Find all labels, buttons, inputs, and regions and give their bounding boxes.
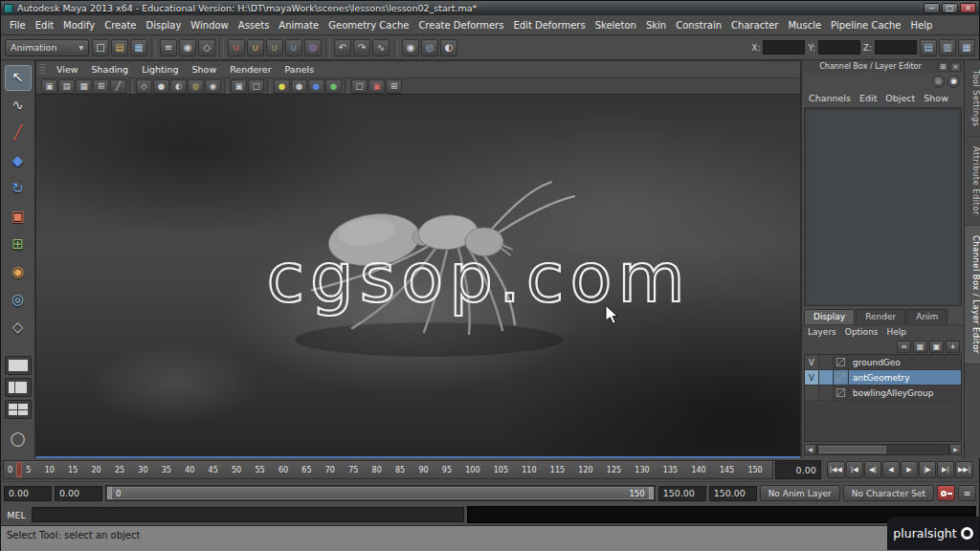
sidebar-tab-attribute-editor[interactable]: Attribute Editor [965,137,980,226]
layout-custom-icon[interactable]: ◯ [7,427,30,450]
go-to-range-end-button[interactable]: ▶▶| [955,461,973,478]
layer-row-groundgeo[interactable]: VgroundGeo [805,355,961,370]
channel-list-area[interactable] [804,107,962,306]
channel-menu-object[interactable]: Object [885,93,915,103]
panel-menu-show[interactable]: Show [186,61,224,77]
menu-item-modify[interactable]: Modify [58,16,100,34]
coord-field-1[interactable] [818,40,860,55]
layer-menu-layers[interactable]: Layers [808,327,836,337]
show-manipulator-tool[interactable]: ◎ [5,287,32,313]
render-settings-icon[interactable]: ◐ [440,39,457,56]
flat-shade-icon[interactable]: ● [308,79,324,94]
close-button[interactable]: × [960,3,976,13]
channel-menu-show[interactable]: Show [924,93,948,103]
textured-icon[interactable]: ◐ [170,79,187,94]
menu-item-animate[interactable]: Animate [274,16,323,34]
channel-pin-icon[interactable]: ● [947,76,960,88]
range-handle-right[interactable] [649,487,654,499]
layer-from-selected-icon[interactable]: ▣ [929,341,944,353]
layer-options-icon[interactable]: ≡ [897,341,911,353]
time-slider-track[interactable]: 0510152025303540455055606570758085909510… [3,460,773,479]
play-forwards-button[interactable]: ▶ [901,461,918,478]
wireframe-icon[interactable]: ◇ [136,79,152,94]
menu-item-geometry-cache[interactable]: Geometry Cache [323,16,413,34]
menu-item-create-deformers[interactable]: Create Deformers [413,16,508,34]
soft-modification-tool[interactable]: ◉ [5,259,32,285]
sidebar-tab-tool-settings[interactable]: Tool Settings [965,60,980,137]
shaded-icon[interactable]: ● [153,79,169,94]
snap-curve-icon[interactable]: ∪ [247,39,264,56]
shadows-icon[interactable]: ◉ [205,79,221,94]
channel-menu-edit[interactable]: Edit [859,93,877,103]
channel-options-icon[interactable]: ◎ [932,76,945,88]
layout-two-pane[interactable] [5,378,32,397]
layer-tab-anim[interactable]: Anim [906,309,947,324]
2d-pan-zoom-icon[interactable]: ⊞ [93,79,109,94]
current-time-field[interactable]: 0.00 [775,460,821,479]
make-live-icon[interactable]: ◎ [304,39,322,56]
history-outputs-icon[interactable]: ↷ [353,39,370,56]
toggle-attribute-editor-icon[interactable]: ▥ [939,39,956,56]
open-scene-icon[interactable]: ▤ [111,39,128,56]
menu-item-pipeline-cache[interactable]: Pipeline Cache [826,16,905,34]
select-hierarchy-icon[interactable]: ≡ [160,39,177,56]
auto-keyframe-toggle[interactable] [937,485,955,501]
select-component-icon[interactable]: ◇ [198,39,215,56]
history-inputs-icon[interactable]: ↶ [334,39,351,56]
character-set-button[interactable]: No Character Set [843,485,934,501]
panel-menu-renderer[interactable]: Renderer [223,61,278,77]
layer-color-swatch[interactable] [834,370,849,385]
layer-playback-toggle[interactable] [819,386,834,400]
maximize-button[interactable]: □ [942,3,958,13]
menu-set-selector[interactable]: Animation ▼ [5,39,89,56]
scrollbar-thumb[interactable] [819,446,886,453]
animation-end-field[interactable]: 150.00 [709,486,757,501]
image-plane-icon[interactable]: ▦ [76,79,92,94]
layer-row-antgeometry[interactable]: VantGeometry [805,370,961,386]
move-tool[interactable]: ◆ [5,148,32,174]
layer-playback-toggle[interactable] [819,370,834,385]
panel-menu-shading[interactable]: Shading [85,61,136,77]
new-layer-icon[interactable]: + [946,341,960,353]
animation-preferences-button[interactable]: ≡ [958,485,976,501]
titlebar[interactable]: Autodesk Maya 2013 x64 - Educational Ver… [1,1,979,15]
layout-four-pane[interactable] [5,400,32,419]
bookmarks-icon[interactable]: ▤ [58,79,75,94]
xray-icon[interactable]: □ [248,79,264,94]
safe-title-icon[interactable]: ⊞ [386,79,402,94]
snap-plane-icon[interactable]: ∪ [285,39,302,56]
dock-icon[interactable]: ⊞ [938,62,948,72]
layer-playback-toggle[interactable] [819,355,834,369]
select-tool[interactable]: ↖ [5,65,32,91]
go-to-range-start-button[interactable]: |◀◀ [827,461,845,478]
layer-color-swatch[interactable] [834,355,849,369]
menu-item-display[interactable]: Display [141,16,186,34]
empty-layer-icon[interactable]: ▦ [913,341,927,353]
anim-layer-button[interactable]: No Anim Layer [760,485,840,501]
construction-history-icon[interactable]: ∿ [372,39,390,56]
menu-item-file[interactable]: File [5,16,31,34]
close-icon[interactable]: × [950,62,961,72]
scroll-left-button[interactable]: ◀ [804,444,816,455]
range-slider-track[interactable]: 0 150 [105,485,656,501]
menu-item-edit[interactable]: Edit [31,16,58,34]
layer-list-scrollbar[interactable]: ◀ ▶ [804,444,962,455]
scroll-right-button[interactable]: ▶ [949,444,962,455]
animation-start-field[interactable]: 0.00 [4,486,52,501]
layer-tab-display[interactable]: Display [804,309,855,324]
command-line-language-label[interactable]: MEL [4,510,29,520]
panel-menu-lighting[interactable]: Lighting [135,61,185,77]
menu-item-edit-deformers[interactable]: Edit Deformers [508,16,590,34]
bounding-box-icon[interactable]: ● [325,79,342,94]
step-back-frame-button[interactable]: |◀ [846,461,863,478]
playback-start-field[interactable]: 0.00 [55,486,102,501]
resolution-gate-icon[interactable]: □ [351,79,368,94]
menu-item-muscle[interactable]: Muscle [783,16,826,34]
camera-attributes-icon[interactable]: ▣ [41,79,57,94]
menu-item-constrain[interactable]: Constrain [671,16,726,34]
toggle-tool-settings-icon[interactable]: ▤ [920,39,937,56]
ipr-render-icon[interactable]: ◎ [421,39,438,56]
layer-visibility-toggle[interactable]: V [805,370,819,385]
universal-manipulator-tool[interactable]: ⊞ [5,231,32,257]
layout-single-pane[interactable] [5,356,32,375]
